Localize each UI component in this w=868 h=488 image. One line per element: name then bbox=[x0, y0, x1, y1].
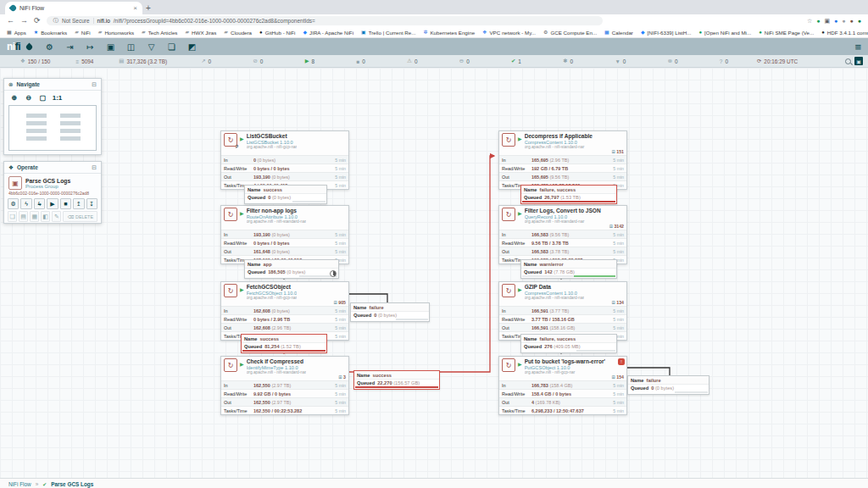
bookmark-item[interactable]: ▣Trello | Current Re... bbox=[361, 30, 415, 36]
bookmark-item[interactable]: ●GitHub - NiFi bbox=[259, 30, 295, 36]
process-group-icon[interactable]: ▣ bbox=[103, 41, 118, 53]
extension-gray-icon[interactable]: ▣ bbox=[824, 18, 830, 25]
connection-label[interactable]: Name failure Queued 0 (0 bytes) bbox=[627, 375, 709, 395]
browser-tab[interactable]: NiFi Flow × bbox=[5, 2, 142, 14]
bookmark-item[interactable]: ⚙GCE Compute En... bbox=[543, 30, 597, 36]
connection-label[interactable]: Name failure, success Queued 26,797 (1.5… bbox=[520, 185, 617, 204]
breadcrumb-current[interactable]: Parse GCS Logs bbox=[51, 481, 93, 487]
fill-color-icon[interactable]: ◧ bbox=[41, 211, 50, 222]
stop-icon[interactable]: ■ bbox=[60, 198, 71, 209]
bulletin-indicator[interactable]: ! bbox=[618, 358, 625, 365]
breadcrumb-root[interactable]: NiFi Flow bbox=[8, 481, 31, 487]
operate-actions-row1: ⚙ϟϟ▶■↥↧ bbox=[4, 197, 101, 210]
connection-label[interactable]: Name success Queued 0 (0 bytes) bbox=[244, 185, 327, 204]
output-port-icon[interactable]: ↦ bbox=[83, 41, 97, 53]
configuration-gear-icon[interactable]: ⚙ bbox=[8, 198, 19, 209]
settings-button[interactable]: ▣ bbox=[854, 57, 863, 65]
remote-process-group-icon[interactable]: ◫ bbox=[124, 41, 138, 53]
close-tab-icon[interactable]: × bbox=[133, 4, 137, 12]
connection-label[interactable]: Name success Queued 22,270 (156.57 GB) bbox=[353, 370, 440, 390]
zoom-in-icon[interactable]: ⊕ bbox=[8, 93, 19, 103]
connection-label[interactable]: Name app Queued 186,505 (0 bytes) bbox=[244, 259, 339, 279]
bookmark-item[interactable]: ●NiFi SME Page (Ve... bbox=[759, 30, 814, 36]
avatar-green[interactable]: ● bbox=[858, 18, 861, 24]
bookmark-item[interactable]: ★Bookmarks bbox=[34, 30, 67, 36]
bookmark-item[interactable]: ▦Apps bbox=[7, 30, 26, 36]
gear-icon: ⚙ bbox=[543, 30, 548, 35]
processor[interactable]: ↻ ▶ Check if Compressed IdentifyMimeType… bbox=[220, 356, 349, 415]
forward-button[interactable]: → bbox=[20, 17, 28, 25]
paste-icon[interactable]: ▤ bbox=[19, 211, 28, 222]
processor[interactable]: ↻ ▶ Put to bucket 'logs-warn-error' PutG… bbox=[498, 356, 627, 415]
stat-label: Read/Write bbox=[502, 317, 530, 322]
bookmark-item[interactable]: ▰Hortonworks bbox=[98, 30, 134, 36]
start-icon[interactable]: ▶ bbox=[47, 198, 58, 209]
bookmark-item[interactable]: ▰Cloudera bbox=[224, 30, 252, 36]
zoom-fit-icon[interactable]: ▢ bbox=[37, 93, 48, 103]
template-upload-icon[interactable]: ↥ bbox=[73, 198, 84, 209]
doc-icon: ● bbox=[698, 30, 702, 35]
reload-button[interactable]: ⟳ bbox=[34, 17, 41, 25]
stat-value: 165,695 (9.56 TB) bbox=[531, 175, 611, 180]
last-refresh[interactable]: ⟳20:16:29 UTC bbox=[757, 58, 845, 64]
connection-label[interactable]: Name failure, success Queued 276 (409.05… bbox=[520, 334, 617, 353]
collapse-icon[interactable]: ⊟ bbox=[92, 164, 97, 171]
connection-label[interactable]: Name failure Queued 0 (0 bytes) bbox=[350, 302, 430, 322]
birdseye-minimap[interactable] bbox=[8, 105, 97, 151]
input-port-icon[interactable]: ⇥ bbox=[63, 41, 77, 53]
stat-window: 5 min bbox=[613, 249, 624, 254]
stat-label: Out bbox=[224, 325, 252, 330]
bookmark-item[interactable]: ▰HWX Jiras bbox=[185, 30, 216, 36]
delete-button[interactable]: ⌫DELETE bbox=[63, 211, 97, 222]
copy-icon[interactable]: ❏ bbox=[8, 211, 17, 222]
zoom-actual-icon[interactable]: 1:1 bbox=[52, 93, 63, 103]
label-icon[interactable]: ◩ bbox=[185, 41, 199, 53]
disable-lightning-icon[interactable]: ϟ bbox=[34, 198, 45, 209]
template-download-icon[interactable]: ↧ bbox=[86, 198, 97, 209]
operate-title: Operate bbox=[17, 164, 38, 170]
connection-label[interactable]: Name warn/error Queued 142 (7.78 GB) bbox=[520, 259, 617, 279]
bookmark-star-icon[interactable]: ☆ bbox=[807, 18, 812, 25]
extension-green-icon[interactable]: ● bbox=[816, 18, 820, 24]
edit-icon[interactable]: ✎ bbox=[52, 211, 61, 222]
connection-queued-value: 22,270 (156.57 GB) bbox=[377, 380, 420, 385]
group-icon[interactable]: ▦ bbox=[30, 211, 39, 222]
zoom-out-icon[interactable]: ⊖ bbox=[23, 93, 34, 103]
processor[interactable]: ↻P ▶ ListGCSBucket ListGCSBucket 1.10.0 … bbox=[220, 130, 349, 190]
bookmark-item[interactable]: ◆[NIFI-6339] ListH... bbox=[641, 30, 692, 36]
url-field[interactable]: ⓘ Not Secure nifi.io/nifi/?processGroupI… bbox=[47, 16, 603, 25]
bookmark-item[interactable]: ▰Tech Articles bbox=[142, 30, 177, 36]
extension-blue-icon[interactable]: ● bbox=[834, 18, 837, 24]
bookmark-item[interactable]: ✲Kubernetes Engine bbox=[423, 30, 475, 36]
avatar-brown[interactable]: ● bbox=[850, 18, 854, 24]
info-icon[interactable]: ⓘ bbox=[53, 17, 59, 25]
enable-lightning-icon[interactable]: ϟ bbox=[20, 198, 31, 209]
processor-type: IdentifyMimeType 1.10.0 bbox=[247, 365, 307, 371]
processor[interactable]: ↻ ▶ Filter non-app logs RouteOnAttribute… bbox=[220, 205, 349, 264]
back-button[interactable]: ← bbox=[7, 17, 14, 25]
processor[interactable]: ↻ ▶ FetchGCSObject FetchGCSObject 1.10.0… bbox=[220, 281, 349, 341]
processor[interactable]: ↻ ▶ Decompress if Applicable CompressCon… bbox=[498, 130, 627, 190]
new-tab-button[interactable]: + bbox=[142, 2, 154, 14]
connection-label[interactable]: Name success Queued 81,254 (1.52 TB) bbox=[241, 334, 327, 353]
processor[interactable]: ↻ ▶ GZIP Data CompressContent 1.10.0 org… bbox=[498, 281, 627, 341]
stat-window: 5 min bbox=[335, 232, 346, 237]
bookmark-item[interactable]: ▦Calendar bbox=[604, 30, 633, 36]
global-menu-icon[interactable]: ≡ bbox=[854, 42, 861, 53]
processor[interactable]: ↻ ▶ Filter Logs, Convert to JSON QueryRe… bbox=[498, 205, 627, 264]
transmitting-count: ↗0 bbox=[201, 58, 211, 64]
refresh-icon[interactable]: ⟳ bbox=[757, 58, 761, 64]
bookmark-item[interactable]: ●[Open NiFi and Mi... bbox=[698, 30, 751, 36]
bookmark-item[interactable]: ❖VPC network - My... bbox=[482, 30, 536, 36]
nifi-favicon-icon bbox=[9, 4, 18, 13]
bookmark-item[interactable]: ●HDF 3.4.1.1 commi... bbox=[821, 30, 868, 36]
flow-canvas[interactable]: ⊚ Navigate ⊟ ⊕⊖▢1:1 ❖ Operate ⊟ ▣ Parse … bbox=[0, 68, 868, 478]
collapse-icon[interactable]: ⊟ bbox=[92, 81, 97, 88]
bookmark-item[interactable]: ▰NiFi bbox=[75, 30, 91, 36]
bookmark-item[interactable]: ◆JIRA - Apache NiFi bbox=[303, 30, 353, 36]
processor-icon[interactable]: ⚙ bbox=[42, 41, 57, 53]
search-icon[interactable] bbox=[845, 58, 851, 64]
funnel-icon[interactable]: ▽ bbox=[144, 41, 159, 53]
template-icon[interactable]: ❏ bbox=[164, 41, 179, 53]
extension-light-icon[interactable]: ● bbox=[842, 18, 845, 24]
